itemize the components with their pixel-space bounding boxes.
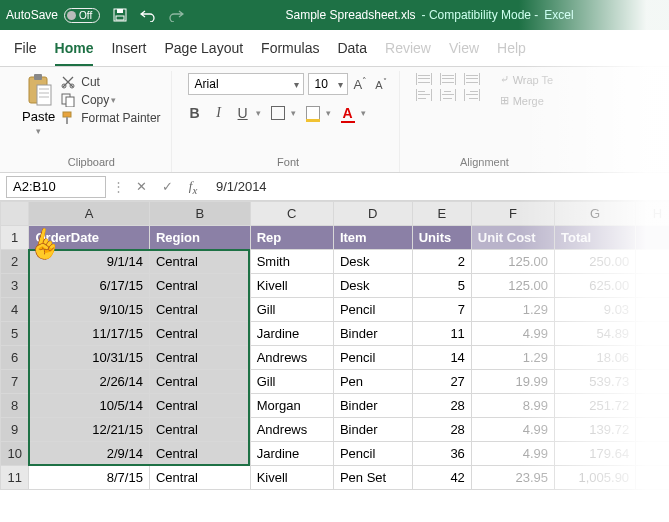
- cell[interactable]: Desk: [333, 250, 412, 274]
- row-header[interactable]: 10: [1, 442, 29, 466]
- header-cell[interactable]: Total: [555, 226, 636, 250]
- worksheet[interactable]: A B C D E F G H 1 OrderDate Region Rep I…: [0, 201, 669, 490]
- header-cell[interactable]: OrderDate: [29, 226, 149, 250]
- cell[interactable]: Central: [149, 322, 250, 346]
- cell[interactable]: Central: [149, 298, 250, 322]
- header-cell[interactable]: [636, 226, 669, 250]
- cell[interactable]: 10/31/15: [29, 346, 149, 370]
- alignment-buttons[interactable]: [416, 73, 482, 101]
- cell[interactable]: Pencil: [333, 442, 412, 466]
- tab-page-layout[interactable]: Page Layout: [164, 40, 243, 66]
- cell[interactable]: Gill: [250, 370, 333, 394]
- cell[interactable]: 2/26/14: [29, 370, 149, 394]
- undo-icon[interactable]: [140, 7, 156, 23]
- borders-button[interactable]: [271, 106, 285, 120]
- cell[interactable]: 27: [412, 370, 471, 394]
- row-header[interactable]: 2: [1, 250, 29, 274]
- cell[interactable]: 8.99: [471, 394, 554, 418]
- header-cell[interactable]: Units: [412, 226, 471, 250]
- cell[interactable]: Binder: [333, 418, 412, 442]
- tab-insert[interactable]: Insert: [111, 40, 146, 66]
- save-icon[interactable]: [112, 7, 128, 23]
- decrease-font-icon[interactable]: A˅: [373, 77, 388, 91]
- col-header[interactable]: G: [555, 202, 636, 226]
- cell[interactable]: [636, 442, 669, 466]
- cell[interactable]: 5: [412, 274, 471, 298]
- cell[interactable]: Binder: [333, 394, 412, 418]
- cell[interactable]: 12/21/15: [29, 418, 149, 442]
- cell[interactable]: [636, 418, 669, 442]
- cell[interactable]: 179.64: [555, 442, 636, 466]
- header-cell[interactable]: Rep: [250, 226, 333, 250]
- cell[interactable]: 9/10/15: [29, 298, 149, 322]
- font-name-select[interactable]: Arial: [188, 73, 304, 95]
- copy-button[interactable]: Copy▾: [61, 93, 160, 107]
- cell[interactable]: 14: [412, 346, 471, 370]
- font-size-select[interactable]: 10: [308, 73, 348, 95]
- cell[interactable]: 251.72: [555, 394, 636, 418]
- cell[interactable]: Central: [149, 274, 250, 298]
- cell[interactable]: [636, 394, 669, 418]
- fx-icon[interactable]: fx: [182, 178, 204, 196]
- cell[interactable]: Central: [149, 370, 250, 394]
- col-header[interactable]: H: [636, 202, 669, 226]
- cell[interactable]: Central: [149, 442, 250, 466]
- tab-file[interactable]: File: [14, 40, 37, 66]
- tab-home[interactable]: Home: [55, 40, 94, 66]
- cell[interactable]: Pen Set: [333, 466, 412, 490]
- cell[interactable]: 10/5/14: [29, 394, 149, 418]
- italic-button[interactable]: I: [212, 105, 226, 121]
- fill-color-button[interactable]: [306, 106, 320, 120]
- cell[interactable]: 28: [412, 394, 471, 418]
- cell[interactable]: Smith: [250, 250, 333, 274]
- cell[interactable]: 42: [412, 466, 471, 490]
- select-all-corner[interactable]: [1, 202, 29, 226]
- increase-font-icon[interactable]: A˄: [352, 76, 370, 92]
- cell[interactable]: Kivell: [250, 274, 333, 298]
- formula-input[interactable]: 9/1/2014: [208, 179, 663, 194]
- cell[interactable]: 539.73: [555, 370, 636, 394]
- tab-formulas[interactable]: Formulas: [261, 40, 319, 66]
- cut-button[interactable]: Cut: [61, 75, 160, 89]
- col-header[interactable]: E: [412, 202, 471, 226]
- cell[interactable]: Pencil: [333, 346, 412, 370]
- cell[interactable]: 1,005.90: [555, 466, 636, 490]
- cell[interactable]: 4.99: [471, 418, 554, 442]
- font-color-button[interactable]: A: [341, 105, 355, 121]
- cell[interactable]: 9/1/14: [29, 250, 149, 274]
- cell[interactable]: Jardine: [250, 442, 333, 466]
- redo-icon[interactable]: [168, 7, 184, 23]
- cell[interactable]: Binder: [333, 322, 412, 346]
- cell[interactable]: 4.99: [471, 322, 554, 346]
- cell[interactable]: Andrews: [250, 418, 333, 442]
- wrap-text-button[interactable]: ⤶Wrap Te: [500, 73, 554, 86]
- row-header[interactable]: 7: [1, 370, 29, 394]
- row-header[interactable]: 1: [1, 226, 29, 250]
- col-header[interactable]: F: [471, 202, 554, 226]
- cell[interactable]: Jardine: [250, 322, 333, 346]
- underline-button[interactable]: U: [236, 105, 250, 121]
- header-cell[interactable]: Region: [149, 226, 250, 250]
- col-header[interactable]: C: [250, 202, 333, 226]
- col-header[interactable]: A: [29, 202, 149, 226]
- cell[interactable]: 36: [412, 442, 471, 466]
- cell[interactable]: 11/17/15: [29, 322, 149, 346]
- cell[interactable]: 250.00: [555, 250, 636, 274]
- cell[interactable]: 6/17/15: [29, 274, 149, 298]
- cell[interactable]: Central: [149, 250, 250, 274]
- cell[interactable]: 11: [412, 322, 471, 346]
- cell[interactable]: 1.29: [471, 298, 554, 322]
- col-header[interactable]: D: [333, 202, 412, 226]
- cell[interactable]: Pen: [333, 370, 412, 394]
- row-header[interactable]: 11: [1, 466, 29, 490]
- tab-data[interactable]: Data: [337, 40, 367, 66]
- tab-review[interactable]: Review: [385, 40, 431, 66]
- cell[interactable]: Central: [149, 394, 250, 418]
- cell[interactable]: Pencil: [333, 298, 412, 322]
- name-box[interactable]: A2:B10: [6, 176, 106, 198]
- cell[interactable]: 28: [412, 418, 471, 442]
- cell[interactable]: Desk: [333, 274, 412, 298]
- tab-view[interactable]: View: [449, 40, 479, 66]
- cell[interactable]: 23.95: [471, 466, 554, 490]
- cell[interactable]: Kivell: [250, 466, 333, 490]
